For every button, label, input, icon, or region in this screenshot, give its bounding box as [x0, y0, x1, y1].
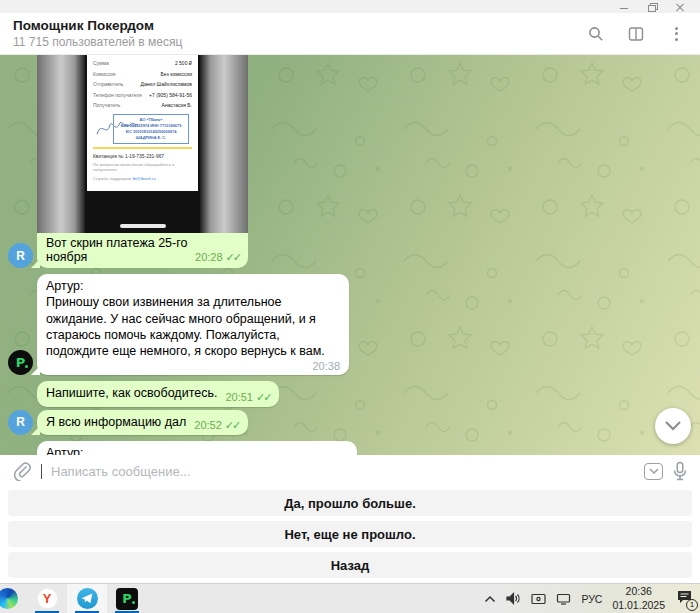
hidden-icons-chevron-icon[interactable] [484, 595, 496, 603]
network-icon[interactable] [556, 593, 571, 605]
chevron-down-icon [665, 421, 681, 431]
phone-bezel [87, 191, 198, 233]
reply-button-no[interactable]: Нет, еще не прошло. [8, 521, 692, 547]
bot-keyboard-toggle-icon[interactable] [644, 463, 663, 480]
message-time: 20:52 [194, 419, 222, 431]
message-row: Напишите, как освободитесь. 20:51✓✓ [8, 381, 700, 406]
taskbar: Y P [0, 583, 700, 613]
taskbar-pokerdom-button[interactable]: P [107, 584, 147, 613]
avatar[interactable]: P [8, 350, 33, 375]
receipt-label: Отправитель [93, 81, 123, 87]
scroll-to-bottom-button[interactable] [655, 408, 691, 444]
message-time: 20:51 [225, 391, 253, 403]
receipt-photo[interactable]: Сумма2 500 ₽ КомиссияБез комиссии Отправ… [37, 55, 248, 233]
edge-icon [0, 588, 18, 609]
read-checks-icon: ✓✓ [256, 391, 270, 403]
pokerdom-app-icon: P [116, 588, 138, 610]
read-checks-icon: ✓✓ [226, 251, 240, 263]
receipt-label: Телефон получателя [93, 92, 142, 98]
taskbar-telegram-button[interactable] [67, 584, 107, 613]
message-bubble[interactable]: Артур: Приношу свои извинения за длитель… [37, 274, 349, 375]
avatar[interactable]: R [8, 243, 33, 268]
receipt-divider [93, 147, 192, 149]
language-indicator[interactable]: РУС [581, 593, 602, 605]
attach-icon[interactable] [12, 461, 32, 481]
reply-button-back[interactable]: Назад [8, 552, 692, 578]
receipt-value: +7 (905) 584-91-56 [149, 92, 192, 98]
message-composer [0, 455, 700, 487]
taskbar-clock[interactable]: 20:36 01.01.2025 [612, 585, 665, 611]
microphone-icon[interactable] [672, 461, 688, 481]
chat-info[interactable]: Помощник Покердом 11 715 пользователей в… [13, 18, 588, 49]
chat-header: Помощник Покердом 11 715 пользователей в… [0, 13, 700, 55]
text-caret [41, 464, 42, 479]
receipt-support-link: fb@tbank.ru [132, 176, 155, 181]
restore-icon[interactable] [648, 3, 658, 11]
reply-keyboard: Да, прошло больше. Нет, еще не прошло. Н… [0, 487, 700, 583]
message-row: P Артур: Приношу свои извинения за длите… [8, 274, 700, 375]
taskbar-yandex-button[interactable]: Y [27, 584, 67, 613]
receipt-value: Без комиссии [161, 71, 192, 77]
pokerdom-logo-icon: P [16, 355, 26, 370]
stamp-line: ШАДРИНА Е. С. [115, 135, 187, 141]
chat-area: R Сумма2 500 ₽ КомиссияБез комиссии Отпр… [0, 55, 700, 455]
receipt-value: 2 500 ₽ [175, 60, 192, 66]
volume-icon[interactable] [506, 592, 521, 605]
photo-message[interactable]: Сумма2 500 ₽ КомиссияБез комиссии Отправ… [37, 55, 248, 268]
receipt-label: Комиссия [93, 71, 115, 77]
message-time: 20:28 [195, 251, 223, 263]
telegram-icon [77, 588, 98, 609]
window-titlebar [0, 0, 700, 13]
notification-badge: 1 [686, 599, 698, 611]
home-indicator [120, 224, 166, 228]
touch-keyboard-icon[interactable] [531, 593, 546, 605]
taskbar-date: 01.01.2025 [612, 599, 665, 612]
message-bubble[interactable]: Напишите, как освободитесь. 20:51✓✓ [37, 381, 279, 406]
message-row: P Артур: Отправьте, пожалуйста, чек об о… [8, 441, 700, 455]
photo-caption[interactable]: Вот скрин платежа 25-го ноября 20:28✓✓ [37, 233, 248, 268]
reply-button-yes[interactable]: Да, прошло больше. [8, 490, 692, 516]
toggle-sidebar-icon[interactable] [628, 26, 644, 42]
chat-title: Помощник Покердом [13, 18, 588, 33]
caption-text: Вот скрин платежа 25-го ноября [46, 236, 189, 264]
search-icon[interactable] [588, 26, 604, 42]
photo-left-edge [37, 55, 85, 233]
message-bubble[interactable]: Я всю информацию дал 20:52✓✓ [37, 410, 248, 435]
action-center-button[interactable]: 1 [677, 590, 692, 608]
message-list: R Сумма2 500 ₽ КомиссияБез комиссии Отпр… [0, 55, 700, 455]
receipt-number: Квитанция № 1-19-735-231-967 [93, 154, 192, 159]
payment-receipt: Сумма2 500 ₽ КомиссияБез комиссии Отправ… [87, 55, 198, 191]
photo-right-edge [200, 55, 248, 233]
read-checks-icon: ✓✓ [225, 419, 239, 431]
message-row: R Я всю информацию дал 20:52✓✓ [8, 410, 700, 435]
minimize-icon[interactable] [620, 3, 630, 11]
menu-kebab-icon[interactable] [668, 26, 684, 42]
receipt-value: Данил Шайхлисламов [141, 81, 192, 87]
receipt-value: Анастасия Б. [162, 102, 192, 108]
receipt-note: По вопросам зачисления обращайтесь к пол… [93, 162, 192, 172]
taskbar-edge-button[interactable] [0, 584, 27, 613]
receipt-label: Сумма [93, 60, 109, 66]
message-text: Артур: Приношу свои извинения за длитель… [46, 278, 339, 359]
yandex-browser-icon: Y [37, 588, 58, 609]
message-time: 20:38 [312, 360, 340, 372]
message-input[interactable] [51, 464, 635, 479]
bank-stamp: АО «ТБанк» БИК 044525974 ИНН 7710140679 … [93, 113, 192, 140]
receipt-support-label: Служба поддержки [93, 176, 131, 181]
receipt-label: Получатель [93, 102, 120, 108]
avatar[interactable]: R [8, 410, 33, 435]
message-text: Напишите, как освободитесь. [46, 385, 217, 401]
chat-subtitle: 11 715 пользователей в месяц [13, 35, 588, 49]
message-text: Я всю информацию дал [46, 414, 186, 430]
message-bubble[interactable]: Артур: Отправьте, пожалуйста, чек об опе… [37, 441, 357, 455]
phone-mockup: Сумма2 500 ₽ КомиссияБез комиссии Отправ… [85, 55, 200, 233]
taskbar-time: 20:36 [612, 585, 665, 598]
message-photo-row: R Сумма2 500 ₽ КомиссияБез комиссии Отпр… [8, 55, 700, 268]
message-text: Артур: Отправьте, пожалуйста, чек об опе… [46, 445, 309, 455]
close-icon[interactable] [676, 3, 686, 11]
